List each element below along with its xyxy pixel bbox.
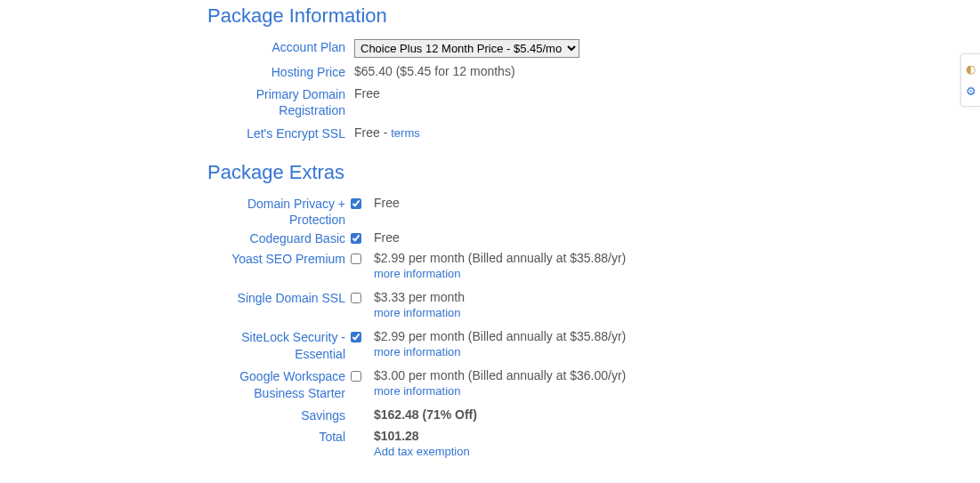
primary-domain-registration-label: Primary Domain Registration [207,85,345,118]
primary-domain-registration-value: Free [354,85,980,118]
total-label: Total [207,428,345,467]
add-tax-exemption-link[interactable]: Add tax exemption [374,445,980,458]
sitelock-checkbox[interactable] [351,332,361,342]
badge-icon: ◐ [966,62,976,76]
single-ssl-more-info-link[interactable]: more information [374,306,980,319]
lets-encrypt-ssl-label: Let's Encrypt SSL [207,125,345,141]
account-plan-label: Account Plan [207,38,345,58]
savings-value: $162.48 (71% Off) [374,407,980,427]
settings-icon: ⚙ [966,85,976,98]
single-ssl-value: $3.33 per month [374,290,465,304]
yoast-more-info-link[interactable]: more information [374,267,980,280]
yoast-label: Yoast SEO Premium [207,250,345,289]
google-workspace-checkbox[interactable] [351,371,361,382]
single-ssl-checkbox[interactable] [351,293,361,303]
side-widget[interactable]: ◐ ⚙ [960,53,980,107]
codeguard-label: Codeguard Basic [207,229,345,250]
google-workspace-label: Google Workspace Business Starter [207,367,345,407]
package-information-heading: Package Information [207,4,980,28]
hosting-price-label: Hosting Price [207,63,345,80]
codeguard-checkbox[interactable] [351,233,361,244]
lets-encrypt-ssl-value: Free [354,125,380,140]
domain-privacy-value: Free [374,195,980,229]
single-ssl-label: Single Domain SSL [207,289,345,328]
hosting-price-value: $65.40 ($5.45 for 12 months) [354,63,980,80]
ssl-terms-link[interactable]: terms [391,126,420,140]
google-workspace-more-info-link[interactable]: more information [374,384,980,398]
sitelock-value: $2.99 per month (Billed annually at $35.… [374,329,626,343]
savings-label: Savings [207,407,345,427]
codeguard-value: Free [374,229,980,250]
domain-privacy-label: Domain Privacy + Protection [207,195,345,229]
google-workspace-value: $3.00 per month (Billed annually at $36.… [374,368,626,382]
account-plan-select[interactable]: Choice Plus 12 Month Price - $5.45/mo [354,39,579,58]
total-value: $101.28 [374,429,419,443]
sitelock-more-info-link[interactable]: more information [374,345,980,358]
yoast-checkbox[interactable] [351,254,361,264]
domain-privacy-checkbox[interactable] [351,198,361,209]
sitelock-label: SiteLock Security - Essential [207,328,345,367]
package-extras-heading: Package Extras [207,161,980,184]
yoast-value: $2.99 per month (Billed annually at $35.… [374,251,626,265]
